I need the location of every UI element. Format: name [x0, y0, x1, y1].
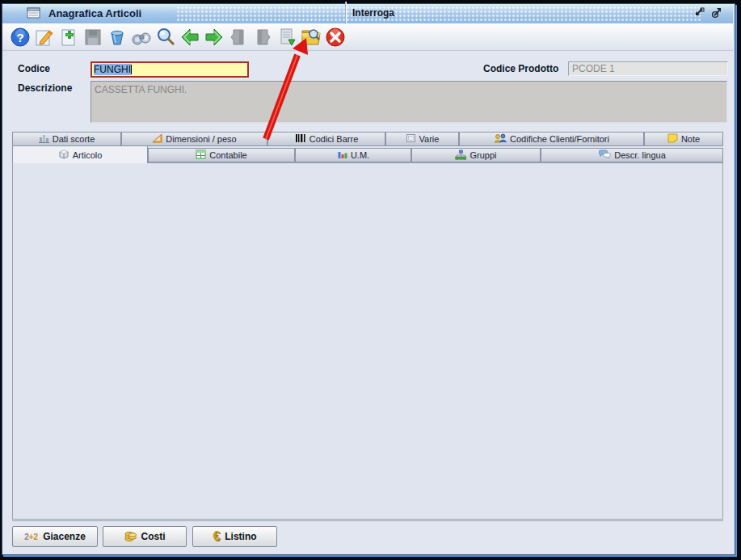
text-caret [131, 65, 132, 74]
descrizione-textarea[interactable]: CASSETTA FUNGHI. [91, 81, 727, 123]
stock-2plus2-icon: 2+2 [24, 533, 38, 541]
euro-icon: € [213, 529, 220, 544]
giacenze-label: Giacenze [43, 531, 86, 542]
tab-label: Gruppi [469, 150, 496, 160]
window-icon [27, 7, 41, 23]
tab-note[interactable]: Note [644, 132, 723, 146]
codice-label: Codice [18, 63, 50, 74]
search-icon[interactable] [154, 26, 176, 48]
speech-icon [598, 149, 611, 161]
tab-dati-scorte[interactable]: Dati scorte [12, 132, 121, 146]
tab-codifiche-clienti-fornitori[interactable]: Codifiche Clienti/Fornitori [459, 132, 644, 146]
nav-back-icon[interactable] [228, 26, 250, 48]
clients-icon [494, 133, 507, 145]
tab-dimensioni-peso[interactable]: Dimensioni / peso [121, 132, 267, 146]
tab-descr-lingua[interactable]: Descr. lingua [541, 148, 723, 162]
package-icon [58, 149, 69, 161]
tab-label: Articolo [73, 150, 103, 160]
coins-icon [124, 529, 137, 544]
tab-label: Codici Barre [309, 134, 359, 144]
nav-forward-icon[interactable] [252, 26, 274, 48]
tab-contabile[interactable]: Contabile [148, 148, 295, 162]
query-mode-label: Interroga [352, 7, 394, 19]
misc-icon [406, 133, 416, 145]
note-icon [667, 133, 678, 145]
plus2-part: +2 [29, 533, 38, 541]
barcode-icon [295, 133, 306, 145]
tree-icon [455, 149, 466, 162]
costi-label: Costi [141, 531, 166, 542]
ruler-icon [152, 133, 162, 145]
toolbar-separator [345, 2, 346, 24]
delete-icon[interactable] [106, 26, 128, 48]
tab-label: Contabile [209, 150, 246, 160]
next-icon[interactable] [204, 26, 225, 48]
tab-label: Descr. lingua [614, 150, 666, 160]
tab-um[interactable]: U.M. [295, 148, 411, 162]
chart-icon [337, 149, 347, 161]
folder-search-icon[interactable] [301, 26, 322, 48]
binoculars-icon[interactable] [130, 26, 152, 48]
edit-icon[interactable] [33, 26, 55, 48]
titlebar-texture [176, 6, 701, 22]
tab-label: Dimensioni / peso [166, 134, 236, 144]
listino-button[interactable]: € Listino [192, 526, 277, 547]
listino-label: Listino [225, 531, 256, 542]
descrizione-label: Descrizione [18, 82, 72, 94]
tab-articolo[interactable]: Articolo [12, 145, 148, 163]
tab-label: U.M. [351, 150, 369, 160]
report-icon[interactable] [276, 26, 298, 48]
codice-value: FUNGHI [94, 64, 131, 75]
articolo-panel [12, 162, 723, 520]
svg-text:?: ? [16, 31, 23, 44]
tab-gruppi[interactable]: Gruppi [411, 148, 541, 162]
new-icon[interactable] [57, 26, 79, 48]
tab-varie[interactable]: Varie [385, 132, 459, 146]
abort-icon[interactable] [325, 26, 347, 48]
footer-divider [12, 520, 723, 521]
tab-label: Dati scorte [53, 134, 95, 144]
costi-button[interactable]: Costi [103, 526, 187, 547]
save-icon[interactable] [82, 26, 103, 48]
codice-input[interactable]: FUNGHI [91, 61, 249, 78]
window-title: Anagrafica Articoli [48, 7, 141, 19]
table-icon [196, 149, 206, 161]
tab-codici-barre[interactable]: Codici Barre [267, 132, 385, 146]
help-icon[interactable]: ? [9, 26, 31, 48]
giacenze-button[interactable]: 2+2 Giacenze [12, 526, 98, 547]
prev-icon[interactable] [179, 26, 200, 48]
maximize-icon[interactable] [711, 6, 723, 19]
tab-label: Varie [419, 134, 440, 144]
codice-prodotto-label: Codice Prodotto [483, 63, 558, 74]
tab-label: Note [681, 134, 700, 144]
screen: Anagrafica Articoli ? [0, 0, 741, 560]
stock-data-icon [39, 133, 49, 145]
tab-label: Codifiche Clienti/Fornitori [510, 134, 609, 144]
codice-prodotto-field[interactable]: PCODE 1 [568, 61, 728, 76]
restore-down-icon[interactable] [693, 6, 705, 19]
